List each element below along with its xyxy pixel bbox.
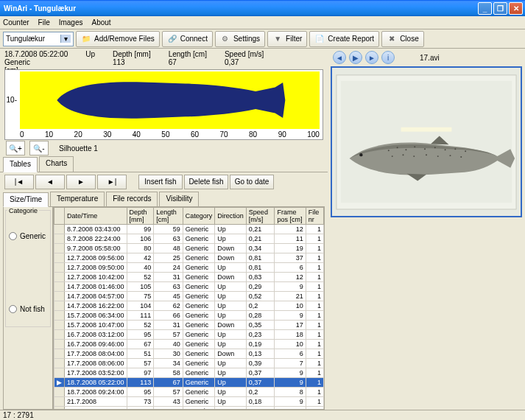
close-button[interactable]: ✕ xyxy=(509,2,523,15)
zoom-in-icon: 🔍+ xyxy=(9,144,22,153)
svg-point-8 xyxy=(414,146,415,147)
menu-images[interactable]: Images xyxy=(59,18,83,27)
prev-button[interactable]: ◄ xyxy=(35,175,65,189)
zoom-in-button[interactable]: 🔍+ xyxy=(6,141,25,155)
site-combo[interactable]: Tungulækur▾ xyxy=(3,32,74,46)
video-frame xyxy=(331,66,522,217)
report-button[interactable]: 📄Create Report xyxy=(309,31,379,47)
category-panel: Categorie Generic Not fish xyxy=(3,206,53,410)
insert-fish-button[interactable]: Insert fish xyxy=(138,175,183,189)
table-row[interactable]: 12.7.2008 10:42:005231GenericDown0,83121 xyxy=(54,273,324,282)
table-row[interactable]: 14.7.2008 04:57:007545GenericUp0,52211 xyxy=(54,292,324,301)
filter-icon: ▼ xyxy=(272,34,283,44)
chevron-down-icon[interactable]: ▾ xyxy=(60,35,71,43)
window-title: WinAri - Tungulækur xyxy=(2,4,476,13)
col-header[interactable]: Direction xyxy=(215,208,247,225)
close-doc-button[interactable]: ✖Close xyxy=(381,31,424,47)
menu-file[interactable]: File xyxy=(38,18,50,27)
silhouette-label: Silhouette 1 xyxy=(59,144,98,153)
table-row[interactable]: 14.7.2008 16:22:0010462GenericUp0,2101 xyxy=(54,301,324,311)
svg-rect-3 xyxy=(401,127,452,132)
video-info-button[interactable]: i xyxy=(381,51,395,64)
table-row[interactable]: 12.7.2008 09:56:004225GenericDown0,81371 xyxy=(54,253,324,263)
svg-point-5 xyxy=(388,150,390,151)
minimize-button[interactable]: _ xyxy=(478,2,492,15)
radio-generic[interactable]: Generic xyxy=(9,232,47,240)
connect-button[interactable]: 🔗Connect xyxy=(162,31,213,47)
col-header[interactable]: Length [cm] xyxy=(154,208,183,225)
tab-file-records[interactable]: File records xyxy=(106,192,158,206)
goto-date-button[interactable]: Go to date xyxy=(230,175,274,189)
svg-point-17 xyxy=(426,154,427,155)
col-header[interactable]: File nr xyxy=(306,208,323,225)
table-row[interactable]: ▶18.7.2008 05:22:0011367GenericUp0,3791 xyxy=(54,378,324,388)
svg-point-16 xyxy=(413,155,415,157)
col-header[interactable]: Speed [m/s] xyxy=(246,208,275,225)
svg-point-19 xyxy=(449,155,451,156)
table-row[interactable]: 21.7.20087343GenericUp0,1891 xyxy=(54,397,324,407)
table-row[interactable]: 17.7.2008 08:06:005734GenericUp0,3971 xyxy=(54,359,324,368)
statusbar: 17 : 2791 xyxy=(0,410,525,420)
folder-icon: 📁 xyxy=(81,34,91,44)
menu-counter[interactable]: Counter xyxy=(3,18,29,27)
tab-temperature[interactable]: Temperature xyxy=(50,192,105,206)
report-icon: 📄 xyxy=(314,34,325,44)
addremove-button[interactable]: 📁Add/Remove Files xyxy=(76,31,160,47)
filter-button[interactable]: ▼Filter xyxy=(267,31,307,47)
last-button[interactable]: ►| xyxy=(97,175,127,189)
table-row[interactable]: 16.7.2008 03:12:009557GenericUp0,23181 xyxy=(54,330,324,340)
table-row[interactable]: 21.7.20087042GenericDown0,1861 xyxy=(54,407,324,410)
table-row[interactable]: 17.7.2008 08:04:005130GenericDown0,1361 xyxy=(54,349,324,359)
gear-icon: ⚙ xyxy=(220,34,230,44)
tab-tables[interactable]: Tables xyxy=(3,157,38,172)
svg-point-4 xyxy=(359,153,362,156)
svg-point-15 xyxy=(403,154,404,155)
svg-point-14 xyxy=(392,155,393,157)
tab-visibility[interactable]: Visibility xyxy=(159,192,199,206)
col-header[interactable]: Category xyxy=(183,208,215,225)
svg-point-13 xyxy=(465,150,466,152)
table-row[interactable]: 12.7.2008 09:50:004024GenericUp0,8161 xyxy=(54,263,324,273)
video-play-button[interactable]: ▶ xyxy=(349,51,362,64)
col-header[interactable]: Date/Time xyxy=(65,208,127,225)
silhouette-chart: 10- 0102030405060708090100 xyxy=(4,69,323,140)
close-icon: ✖ xyxy=(387,34,397,44)
table-row[interactable]: 8.7.2008 22:24:0010663GenericUp0,21111 xyxy=(54,234,324,244)
svg-point-7 xyxy=(405,149,406,150)
svg-point-11 xyxy=(445,149,446,150)
menu-about[interactable]: About xyxy=(92,18,111,27)
next-button[interactable]: ► xyxy=(66,175,96,189)
table-row[interactable]: 16.7.2008 09:46:006740GenericUp0,19101 xyxy=(54,340,324,349)
svg-point-20 xyxy=(460,156,462,158)
titlebar: WinAri - Tungulækur _ ❐ ✕ xyxy=(0,0,525,16)
delete-fish-button[interactable]: Delete fish xyxy=(184,175,228,189)
svg-point-12 xyxy=(454,148,456,150)
svg-point-10 xyxy=(434,147,436,148)
video-next-button[interactable]: ► xyxy=(365,51,378,64)
connect-icon: 🔗 xyxy=(167,34,177,44)
tab-size-time[interactable]: Size/Time xyxy=(3,192,49,207)
table-row[interactable]: 15.7.2008 06:34:0011166GenericUp0,2891 xyxy=(54,311,324,321)
col-header[interactable]: Depth [mm] xyxy=(127,208,154,225)
first-button[interactable]: |◄ xyxy=(4,175,34,189)
data-table[interactable]: Date/TimeDepth [mm]Length [cm]CategoryDi… xyxy=(53,206,325,410)
menubar: Counter File Images About xyxy=(0,16,525,29)
table-row[interactable]: 15.7.2008 10:47:005231GenericDown0,35171 xyxy=(54,321,324,330)
radio-notfish[interactable]: Not fish xyxy=(9,305,47,313)
settings-button[interactable]: ⚙Settings xyxy=(215,31,265,47)
table-row[interactable]: 9.7.2008 05:58:008048GenericDown0,34191 xyxy=(54,244,324,253)
col-header[interactable]: Frame pos [cm] xyxy=(275,208,306,225)
svg-point-6 xyxy=(397,147,398,148)
video-filename: 17.avi xyxy=(420,54,440,62)
table-row[interactable]: 14.7.2008 01:46:0010563GenericUp0,2991 xyxy=(54,282,324,292)
tab-charts[interactable]: Charts xyxy=(39,156,74,172)
info-row: 18.7.2008 05:22:00Generic[cm] Up Depth [… xyxy=(0,49,328,69)
table-row[interactable]: 8.7.2008 03:43:009959GenericUp0,21121 xyxy=(54,225,324,234)
video-prev-button[interactable]: ◄ xyxy=(333,51,346,64)
maximize-button[interactable]: ❐ xyxy=(493,2,507,15)
table-row[interactable]: 17.7.2008 03:52:009758GenericUp0,3791 xyxy=(54,368,324,378)
table-row[interactable]: 18.7.2008 09:24:009557GenericUp0,281 xyxy=(54,388,324,397)
svg-point-9 xyxy=(424,148,426,150)
zoom-out-button[interactable]: 🔍- xyxy=(29,141,49,155)
toolbar: Tungulækur▾ 📁Add/Remove Files 🔗Connect ⚙… xyxy=(0,29,525,49)
